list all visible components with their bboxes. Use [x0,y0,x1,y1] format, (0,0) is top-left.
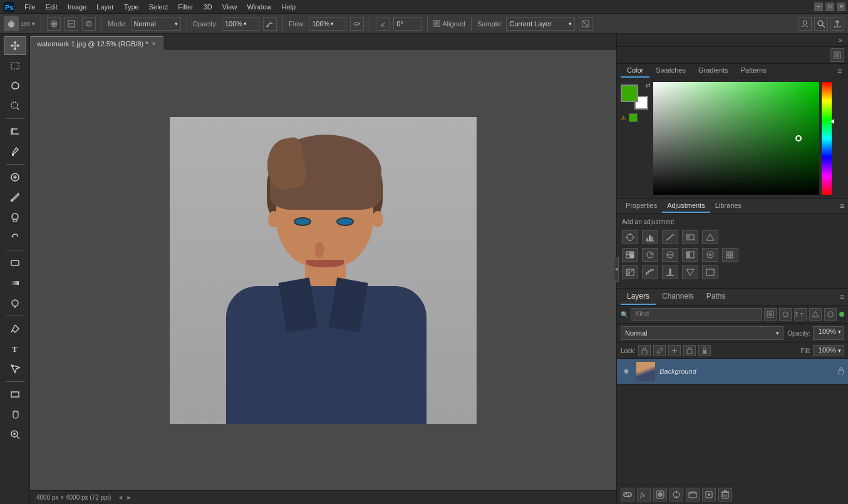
text-tool[interactable]: T [4,339,26,358]
gradient-map-btn[interactable] [702,230,718,244]
color-gradient-picker[interactable] [653,82,819,195]
fill-stepper[interactable]: ▾ [838,347,841,354]
tab-swatches[interactable]: Swatches [649,64,692,78]
brush-tool[interactable] [4,188,26,207]
channel-mixer-btn[interactable] [722,248,738,262]
color-panel-menu[interactable]: ≡ [835,64,844,78]
angle-icon[interactable] [376,17,390,31]
dropdown-arrow-icon[interactable]: ▾ [32,21,35,27]
tab-properties[interactable]: Properties [621,199,662,213]
close-button[interactable]: ✕ [837,3,845,11]
posterize-btn[interactable] [642,265,658,279]
swap-colors-icon[interactable]: ⇄ [646,82,651,88]
rect-shape-tool[interactable] [4,385,26,404]
brush-tool-icon[interactable] [4,16,19,31]
blend-mode-dropdown[interactable]: Normal ▾ [621,326,783,340]
lock-all-btn[interactable] [698,345,711,356]
tab-layers[interactable]: Layers [621,289,656,305]
angle-input[interactable]: 0° [393,17,421,31]
filter-pixel-btn[interactable] [764,308,777,321]
filter-type-btn[interactable]: T T [794,308,807,321]
panel-collapse-button[interactable]: ◄ [614,257,619,282]
menu-window[interactable]: Window [242,3,276,11]
filter-shape-btn[interactable] [809,308,822,321]
tab-color[interactable]: Color [621,64,649,78]
user-icon[interactable] [798,17,812,31]
crop-tool[interactable] [4,122,26,141]
menu-view[interactable]: View [218,3,242,11]
search-icon[interactable] [814,17,828,31]
clone-stamp-tool[interactable] [4,208,26,227]
layer-new-button[interactable] [702,488,716,501]
airbrush-icon[interactable] [350,17,364,31]
tab-paths[interactable]: Paths [700,289,732,305]
canvas-tab-active[interactable]: watermark 1.jpg @ 12.5% (RGB/8) * ✕ [30,36,163,50]
opacity-brush-icon[interactable] [263,17,277,31]
brush-settings-button[interactable]: P [82,17,96,31]
curves-btn[interactable] [662,230,678,244]
sample-dropdown[interactable]: Current Layer ▾ [506,17,575,31]
dodge-tool[interactable] [4,294,26,312]
opacity-stepper[interactable]: ▾ [838,329,841,335]
menu-filter[interactable]: Filter [173,3,197,11]
eyedropper-tool[interactable] [4,142,26,161]
tab-libraries[interactable]: Libraries [710,199,747,213]
canvas-viewport[interactable] [30,50,616,490]
flow-input[interactable]: 100% ▾ [309,17,346,31]
menu-layer[interactable]: Layer [92,3,118,11]
hue-slider[interactable] [822,82,832,195]
fill-value-input[interactable]: 100% ▾ [813,345,844,356]
menu-3d[interactable]: 3D [199,3,217,11]
foreground-color[interactable] [621,85,638,102]
panel-right-collapse-icon[interactable]: » [835,35,845,45]
layer-item[interactable]: Background [617,359,848,384]
photo-filter-btn[interactable] [702,248,718,262]
opacity-value-input[interactable]: 100% ▾ [813,326,844,340]
layer-group-button[interactable] [686,488,700,501]
menu-image[interactable]: Image [63,3,91,11]
tool-preset[interactable]: 199 ▾ [4,16,35,31]
lock-pixels-btn[interactable] [638,345,651,356]
mode-dropdown[interactable]: Normal ▾ [131,17,181,31]
layer-link-button[interactable] [621,488,634,501]
hue-saturation-btn[interactable] [642,248,658,262]
menu-select[interactable]: Select [145,3,173,11]
tab-close-icon[interactable]: ✕ [152,41,157,47]
menu-edit[interactable]: Edit [41,3,62,11]
filter-smart-btn[interactable] [824,308,837,321]
layer-delete-button[interactable] [718,488,732,501]
brush-preset-picker[interactable] [47,17,61,31]
brightness-contrast-btn[interactable] [622,230,638,244]
eraser-tool[interactable] [4,254,26,272]
panel-nav-icon-1[interactable] [830,48,844,62]
exposure-btn[interactable] [682,230,698,244]
invert-btn[interactable] [622,265,638,279]
selective-color2-btn[interactable] [702,265,718,279]
lock-artboard-btn[interactable] [683,345,696,356]
threshold-btn[interactable] [662,265,678,279]
layer-fx-button[interactable]: fx [637,488,651,501]
aligned-checkbox[interactable]: ✓ [433,20,440,27]
marquee-rect-tool[interactable] [4,56,26,75]
gradient-tool[interactable] [4,274,26,292]
history-brush-tool[interactable] [4,228,26,247]
tab-adjustments[interactable]: Adjustments [662,199,710,213]
black-white-btn[interactable] [682,248,698,262]
gradient-map2-btn[interactable] [682,265,698,279]
path-select-tool[interactable] [4,359,26,378]
adjustments-menu-icon[interactable]: ≡ [840,202,844,210]
healing-brush-tool[interactable] [4,168,26,187]
lasso-tool[interactable] [4,76,26,95]
nav-arrow-right[interactable]: ► [126,494,132,501]
gamut-color-box[interactable] [629,113,638,122]
tab-channels[interactable]: Channels [656,289,700,305]
lock-position-btn[interactable] [668,345,681,356]
minimize-button[interactable]: ─ [814,3,823,11]
filter-adjustment-btn[interactable] [779,308,792,321]
layer-mask-button[interactable] [653,488,667,501]
pen-tool[interactable] [4,319,26,338]
brush-toggle-button[interactable] [65,17,78,31]
tab-patterns[interactable]: Patterns [735,64,773,78]
menu-file[interactable]: File [20,3,40,11]
opacity-input[interactable]: 100% ▾ [222,17,259,31]
